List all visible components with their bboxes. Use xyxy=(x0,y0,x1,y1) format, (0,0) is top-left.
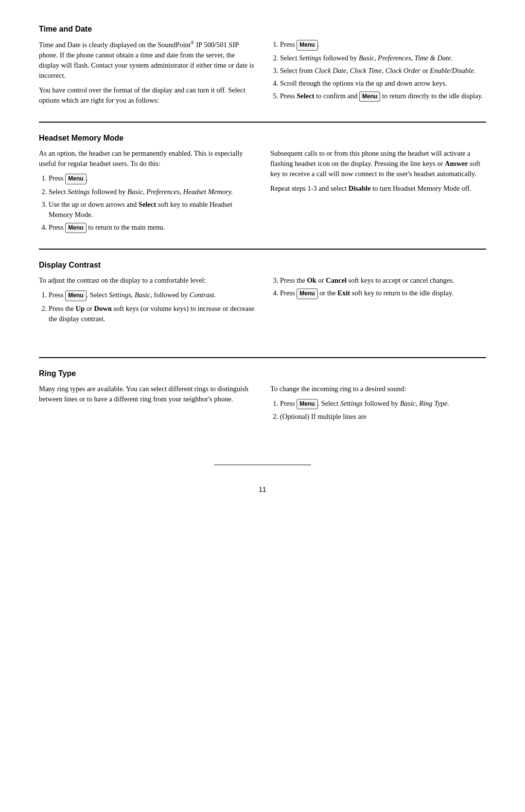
ring-type-columns: Many ring types are available. You can s… xyxy=(39,384,486,426)
divider-3 xyxy=(39,357,486,358)
divider-2 xyxy=(39,249,486,250)
contrast-steps-left: Press Menu. Select Settings, Basic, foll… xyxy=(49,290,255,324)
ring-type-para-1: Many ring types are available. You can s… xyxy=(39,384,255,404)
headset-columns: As an option, the headset can be perma­n… xyxy=(39,148,486,237)
menu-button: Menu xyxy=(297,40,317,50)
ring-type-right: To change the incoming ring to a desired… xyxy=(270,384,486,426)
headset-left: As an option, the headset can be perma­n… xyxy=(39,148,255,237)
list-item: (Optional) If multiple lines are xyxy=(280,412,486,422)
section-title-contrast: Display Contrast xyxy=(39,259,486,271)
list-item: Use the up or down arrows and Select sof… xyxy=(49,199,255,220)
list-item: Press Menu. xyxy=(280,39,486,50)
section-title-headset: Headset Memory Mode xyxy=(39,132,486,144)
menu-button: Menu xyxy=(297,289,317,299)
list-item: Press the Ok or Cancel soft keys to acce… xyxy=(280,275,486,286)
list-item: Press Menu to return to the main menu. xyxy=(49,222,255,233)
section-ring-type: Ring Type Many ring types are available.… xyxy=(39,368,486,426)
time-and-date-left: Time and Date is clearly displayed on th… xyxy=(39,39,255,110)
footer-divider xyxy=(214,465,311,465)
page-number: 11 xyxy=(39,485,486,494)
section-title-ring-type: Ring Type xyxy=(39,368,486,379)
page-content: Time and Date Time and Date is clearly d… xyxy=(39,23,486,495)
list-item: Press the Up or Down soft keys (or volum… xyxy=(49,304,255,324)
page-footer-area: 11 xyxy=(39,465,486,494)
menu-button: Menu xyxy=(297,399,317,409)
list-item: Select Settings followed by Basic, Prefe… xyxy=(49,187,255,197)
section-display-contrast: Display Contrast To adjust the contrast … xyxy=(39,259,486,328)
menu-button: Menu xyxy=(65,174,86,184)
headset-steps: Press Menu. Select Settings followed by … xyxy=(49,173,255,233)
ring-type-left: Many ring types are available. You can s… xyxy=(39,384,255,426)
section-title-time-and-date: Time and Date xyxy=(39,23,486,35)
section-time-and-date: Time and Date Time and Date is clearly d… xyxy=(39,23,486,110)
time-and-date-para-1: Time and Date is clearly displayed on th… xyxy=(39,39,255,81)
headset-right-para-1: Subsequent calls to or from this phone u… xyxy=(270,148,486,179)
ring-type-steps: Press Menu. Select Settings followed by … xyxy=(280,398,486,422)
list-item: Select from Clock Date, Clock Time, Cloc… xyxy=(280,66,486,76)
headset-right-para-2: Repeat steps 1-3 and select Disable to t… xyxy=(270,183,486,194)
divider-1 xyxy=(39,122,486,123)
contrast-left: To adjust the contrast on the display to… xyxy=(39,275,255,327)
menu-button: Menu xyxy=(65,290,86,301)
ring-type-right-para-1: To change the incoming ring to a desired… xyxy=(270,384,486,394)
time-and-date-right: Press Menu. Select Settings followed by … xyxy=(270,39,486,110)
list-item: Press Menu. xyxy=(49,173,255,184)
contrast-right: Press the Ok or Cancel soft keys to acce… xyxy=(270,275,486,327)
list-item: Press Select to confirm and Menu to retu… xyxy=(280,91,486,102)
menu-button: Menu xyxy=(359,91,380,102)
headset-para-1: As an option, the headset can be perma­n… xyxy=(39,148,255,169)
time-and-date-steps: Press Menu. Select Settings followed by … xyxy=(280,39,486,102)
time-and-date-para-2: You have control over the format of the … xyxy=(39,85,255,106)
section-headset-memory-mode: Headset Memory Mode As an option, the he… xyxy=(39,132,486,237)
list-item: Select Settings followed by Basic, Prefe… xyxy=(280,53,486,63)
list-item: Press Menu or the Exit soft key to retur… xyxy=(280,288,486,299)
headset-right: Subsequent calls to or from this phone u… xyxy=(270,148,486,237)
list-item: Scroll through the options via the up an… xyxy=(280,78,486,89)
time-and-date-columns: Time and Date is clearly displayed on th… xyxy=(39,39,486,110)
list-item: Press Menu. Select Settings followed by … xyxy=(280,398,486,409)
contrast-para-1: To adjust the contrast on the display to… xyxy=(39,275,255,286)
contrast-columns: To adjust the contrast on the display to… xyxy=(39,275,486,327)
menu-button: Menu xyxy=(65,223,86,233)
contrast-steps-right: Press the Ok or Cancel soft keys to acce… xyxy=(280,275,486,299)
list-item: Press Menu. Select Settings, Basic, foll… xyxy=(49,290,255,301)
